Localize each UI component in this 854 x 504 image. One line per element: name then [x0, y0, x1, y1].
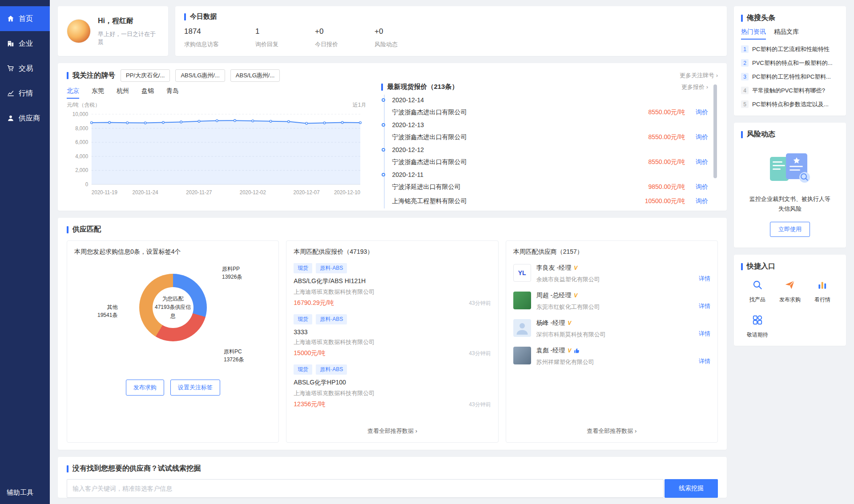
stat-visitors: 1874 求购信息访客	[184, 27, 219, 48]
sidebar-item-home[interactable]: 首页	[0, 6, 50, 31]
headline-item[interactable]: 1 PC塑料的工艺流程和性能特性	[741, 45, 839, 53]
inquiry-link[interactable]: 询价	[685, 183, 708, 191]
scrollbar-thumb[interactable]	[713, 84, 717, 178]
stat-label: 风险动态	[375, 40, 398, 48]
shortcut-coming-soon[interactable]: 敬请期待	[741, 314, 773, 339]
supplier-avatar: YL	[513, 264, 531, 282]
headline-item[interactable]: 4 平常接触的PVC塑料有哪些?	[741, 87, 839, 95]
sidebar-footer-tools[interactable]: 辅助工具	[7, 488, 33, 497]
tab-qingdao[interactable]: 青岛	[166, 87, 179, 99]
risk-illustration	[741, 150, 839, 187]
sidebar-item-trade[interactable]: 交易	[0, 56, 50, 81]
clue-search-input[interactable]	[67, 479, 664, 498]
supplier-info: 周超 -总经理 V 东莞市红蚁化工有限公司	[536, 292, 600, 311]
clue-mining-title: 没有找到您想要的供应商？试试线索挖掘	[67, 464, 718, 473]
more-quotes-link[interactable]: 更多报价 ›	[681, 83, 708, 91]
shortcuts-title: 快捷入口	[741, 262, 839, 271]
sidebar-item-label: 交易	[19, 64, 33, 73]
brand-tag[interactable]: PP/大庆石化/...	[121, 69, 170, 82]
sidebar-item-enterprise[interactable]: 企业	[0, 31, 50, 56]
svg-text:2020-12-02: 2020-12-02	[240, 189, 266, 195]
supplier-detail-link[interactable]: 详情	[699, 330, 710, 338]
rank-badge: 2	[741, 59, 749, 67]
offer-item[interactable]: 现货 原料·ABS 3333 上海迪塔班克数据科技有限公司 15000元/吨 4…	[294, 314, 491, 357]
shortcut-find-product[interactable]: 找产品	[741, 279, 773, 304]
building-icon	[7, 40, 15, 48]
today-data-card: 今日数据 1874 求购信息访客 1 询价回复 +0 今日报价	[175, 6, 727, 56]
slice-label: 其他	[97, 303, 117, 311]
svg-text:2020-12-10: 2020-12-10	[334, 189, 360, 195]
publish-demand-button[interactable]: 发布求购	[126, 380, 164, 396]
supplier-detail-link[interactable]: 详情	[699, 357, 710, 365]
headline-item[interactable]: 2 PVC塑料的特点和一般塑料的...	[741, 59, 839, 67]
sidebar-item-label: 首页	[19, 14, 33, 24]
supplier-detail-link[interactable]: 详情	[699, 302, 710, 310]
tab-panjin[interactable]: 盘锦	[141, 87, 154, 99]
timeline-dot-icon	[382, 173, 385, 176]
quote-date: 2020-12-12	[392, 144, 708, 155]
headline-title: PC塑料的工艺流程和性能特性	[752, 45, 830, 53]
supplier-item[interactable]: 杨峰 -经理 V 深圳市科斯莫科技有限公司 详情	[513, 319, 710, 339]
tab-library[interactable]: 精品文库	[774, 28, 799, 40]
risk-use-button[interactable]: 立即使用	[770, 222, 810, 237]
demand-summary-title: 本周您发起求购信息0条，设置标签4个	[74, 248, 271, 256]
documents-icon	[765, 150, 814, 187]
price-line-chart: 02,0004,0006,0008,00010,0002020-11-19202…	[67, 110, 366, 197]
inquiry-link[interactable]: 询价	[685, 108, 708, 116]
slice-label: 原料PC	[224, 348, 244, 356]
stat-value: 1874	[184, 27, 219, 36]
inquiry-link[interactable]: 询价	[685, 158, 708, 166]
offer-price-row: 16790.29元/吨 43分钟前	[294, 299, 491, 307]
slice-value: 19541条	[97, 311, 117, 319]
offer-item[interactable]: 现货 原料·ABS ABS/LG化学/ABS HI121H 上海迪塔班克数据科技…	[294, 263, 491, 307]
svg-text:2020-12-07: 2020-12-07	[294, 189, 320, 195]
slice-value: 13926条	[222, 273, 242, 281]
supplier-item[interactable]: YL 李良友 -经理 V 余姚市良益塑化有限公司 详情	[513, 264, 710, 284]
offer-name: ABSLG化学HP100	[294, 379, 491, 387]
sidebar-item-supplier[interactable]: 供应商	[0, 106, 50, 131]
headline-item[interactable]: 3 PC塑料的工艺特性和PC塑料...	[741, 73, 839, 81]
verified-icon: V	[568, 320, 571, 326]
latest-quotes-header: 最新现货报价（213条） 更多报价 ›	[381, 83, 708, 91]
sidebar-item-market[interactable]: 行情	[0, 81, 50, 106]
verified-icon: V	[574, 292, 577, 299]
quote-price: 9850.00元/吨	[633, 183, 685, 191]
sidebar: 首页 企业 交易 行情 供应商 辅助工具	[0, 0, 50, 504]
shortcut-view-market[interactable]: 看行情	[806, 279, 839, 304]
tab-dongguan[interactable]: 东莞	[92, 87, 104, 99]
stat-label: 询价回复	[255, 40, 278, 48]
supplier-company: 深圳市科斯莫科技有限公司	[536, 331, 606, 339]
user-avatar[interactable]	[67, 19, 91, 43]
headline-item[interactable]: 5 PC塑料特点和参数选定以及...	[741, 100, 839, 108]
stat-value: 1	[255, 27, 278, 36]
set-tags-button[interactable]: 设置关注标签	[170, 380, 220, 396]
brand-tag[interactable]: ABS/LG惠州/...	[175, 69, 225, 82]
stat-label: 今日报价	[315, 40, 338, 48]
quote-group: 2020-12-11 宁波泽延进出口有限公司 9850.00元/吨 询价 上海铭…	[392, 169, 708, 208]
shortcut-publish-demand[interactable]: 发布求购	[773, 279, 806, 304]
offer-item[interactable]: 现货 原料·ABS ABSLG化学HP100 上海迪塔班克数据科技有限公司 12…	[294, 364, 491, 408]
inquiry-link[interactable]: 询价	[685, 197, 708, 205]
bar-chart-icon	[817, 279, 828, 292]
svg-text:8,000: 8,000	[75, 125, 88, 131]
svg-text:0: 0	[85, 181, 89, 187]
more-brands-link[interactable]: 更多关注牌号 ›	[680, 72, 718, 80]
offer-company: 上海迪塔班克数据科技有限公司	[294, 389, 491, 397]
tab-hot-news[interactable]: 热门资讯	[741, 28, 766, 40]
headline-title: 平常接触的PVC塑料有哪些?	[752, 87, 825, 95]
headlines-tabs: 热门资讯 精品文库	[741, 28, 839, 40]
latest-quotes-pane: 最新现货报价（213条） 更多报价 › 2020-12-14 宁波浙鑫杰进出口有…	[366, 82, 718, 204]
brand-tag[interactable]: ABS/LG惠州/...	[230, 69, 280, 82]
inquiry-link[interactable]: 询价	[685, 133, 708, 141]
tab-beijing[interactable]: 北京	[67, 87, 79, 99]
supplier-item[interactable]: 周超 -总经理 V 东莞市红蚁化工有限公司 详情	[513, 292, 710, 311]
supplier-detail-link[interactable]: 详情	[699, 275, 710, 283]
supplier-item[interactable]: 袁彪 -经理 V 苏州祥耀塑化有限公司 详情	[513, 347, 710, 366]
see-all-offers-link[interactable]: 查看全部推荐数据 ›	[294, 423, 491, 435]
offer-time: 43分钟前	[469, 350, 491, 357]
see-all-suppliers-link[interactable]: 查看全部推荐数据 ›	[513, 423, 710, 435]
clue-mining-button[interactable]: 线索挖掘	[665, 479, 718, 498]
trade-icon	[7, 64, 15, 72]
tab-hangzhou[interactable]: 杭州	[117, 87, 129, 99]
greeting-subtitle: 早上好，一日之计在于晨	[98, 30, 159, 46]
